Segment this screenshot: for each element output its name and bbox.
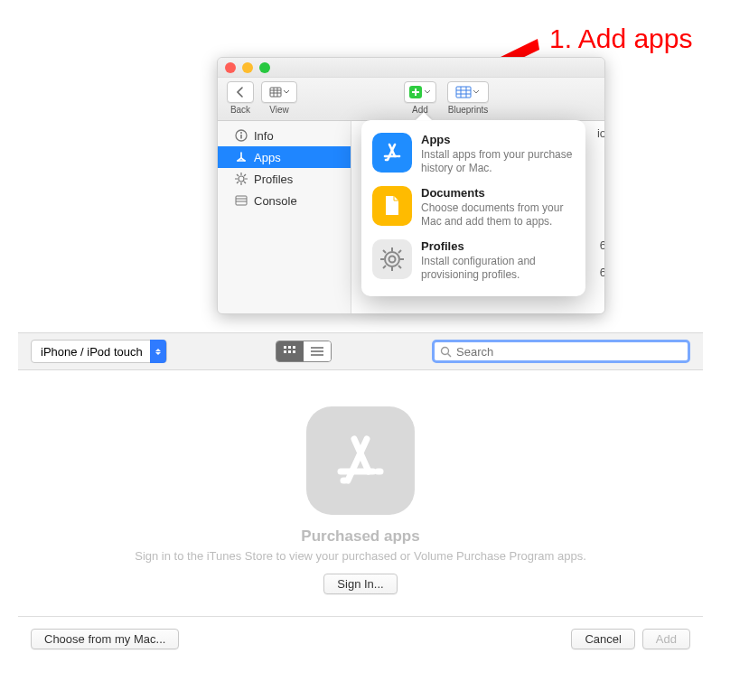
popover-desc: Install configuration and provisioning p…: [421, 255, 575, 282]
svg-line-44: [398, 266, 401, 268]
search-field[interactable]: [432, 340, 690, 363]
sidebar-item-profiles[interactable]: Profiles: [218, 168, 351, 190]
svg-line-46: [383, 266, 386, 268]
bg-text: 6: [600, 266, 605, 279]
svg-line-25: [237, 174, 239, 176]
appstore-large-icon: [306, 406, 415, 515]
sidebar-item-label: Console: [254, 194, 297, 208]
blueprints-label: Blueprints: [448, 105, 488, 115]
add-menu-item-profiles[interactable]: Profiles Install configuration and provi…: [370, 234, 576, 287]
svg-rect-29: [236, 196, 247, 205]
view-button[interactable]: [261, 81, 297, 103]
sidebar-item-info[interactable]: Info: [218, 125, 351, 146]
add-confirm-button[interactable]: Add: [642, 629, 690, 649]
gear-icon: [234, 172, 248, 186]
list-view-icon[interactable]: [304, 341, 331, 361]
back-label: Back: [230, 105, 250, 115]
purchased-apps-panel: Purchased apps Sign in to the iTunes Sto…: [18, 370, 703, 683]
sidebar-item-console[interactable]: Console: [218, 190, 351, 211]
add-menu-item-documents[interactable]: Documents Choose documents from your Mac…: [370, 181, 576, 234]
document-icon: [372, 186, 412, 226]
svg-point-15: [240, 132, 242, 134]
svg-point-38: [389, 257, 396, 263]
view-label: View: [269, 105, 289, 115]
svg-line-45: [398, 250, 401, 253]
sidebar-item-apps[interactable]: Apps: [218, 146, 351, 168]
svg-point-37: [385, 252, 399, 266]
toolbar: Back View Add: [218, 78, 604, 121]
footer-bar: Choose from my Mac... Cancel Add: [18, 617, 703, 660]
zoom-icon[interactable]: [259, 62, 270, 73]
svg-rect-52: [293, 350, 295, 353]
view-mode-segmented[interactable]: [276, 341, 332, 362]
add-menu-popover: Apps Install apps from your purchase his…: [361, 120, 585, 296]
annotation-step1: 1. Add apps: [549, 23, 692, 54]
search-input[interactable]: [456, 345, 682, 359]
svg-line-26: [244, 182, 246, 183]
purchased-subhead: Sign in to the iTunes Store to view your…: [18, 549, 703, 563]
svg-rect-47: [284, 346, 286, 349]
close-icon[interactable]: [225, 62, 236, 73]
grid-view-icon[interactable]: [276, 341, 304, 361]
svg-line-57: [448, 353, 452, 357]
search-icon: [440, 346, 452, 358]
signin-button[interactable]: Sign In...: [323, 574, 397, 594]
cancel-button[interactable]: Cancel: [571, 629, 634, 649]
blueprints-button[interactable]: [447, 81, 489, 103]
info-icon: [234, 128, 248, 143]
svg-rect-14: [240, 135, 242, 139]
popover-desc: Choose documents from your Mac and add t…: [421, 201, 575, 229]
add-button[interactable]: [404, 81, 436, 103]
profiles-gear-icon: [372, 239, 412, 279]
chevron-updown-icon: [150, 340, 166, 363]
bg-text: io: [597, 126, 605, 140]
apps-toolbar: iPhone / iPod touch: [18, 332, 703, 370]
svg-rect-49: [293, 346, 295, 349]
svg-rect-3: [270, 88, 281, 97]
popover-title: Documents: [421, 186, 575, 200]
titlebar: [218, 58, 604, 78]
bg-text: 6: [600, 238, 605, 252]
svg-rect-51: [288, 350, 291, 353]
svg-line-28: [237, 182, 239, 183]
apps-icon: [234, 150, 248, 164]
popover-title: Profiles: [421, 239, 575, 253]
back-button[interactable]: [227, 81, 254, 103]
minimize-icon[interactable]: [242, 62, 253, 73]
svg-rect-48: [288, 346, 291, 349]
sidebar-item-label: Info: [254, 129, 274, 143]
purchased-heading: Purchased apps: [18, 527, 703, 546]
sidebar-item-label: Apps: [254, 151, 281, 164]
appstore-icon: [372, 133, 412, 173]
svg-point-56: [442, 347, 449, 354]
svg-rect-50: [284, 350, 286, 353]
svg-rect-8: [456, 87, 471, 98]
svg-point-20: [239, 176, 244, 182]
console-icon: [234, 193, 248, 208]
add-menu-item-apps[interactable]: Apps Install apps from your purchase his…: [370, 127, 576, 181]
popover-desc: Install apps from your purchase history …: [421, 148, 575, 175]
device-selector-label: iPhone / iPod touch: [41, 345, 143, 359]
sidebar: Info Apps Profiles Console: [218, 121, 351, 313]
svg-line-27: [244, 174, 246, 176]
popover-title: Apps: [421, 133, 575, 146]
device-selector[interactable]: iPhone / iPod touch: [31, 340, 167, 363]
sidebar-item-label: Profiles: [254, 173, 293, 186]
plus-icon: [409, 86, 422, 98]
svg-line-43: [383, 250, 386, 253]
choose-from-mac-button[interactable]: Choose from my Mac...: [31, 629, 179, 649]
